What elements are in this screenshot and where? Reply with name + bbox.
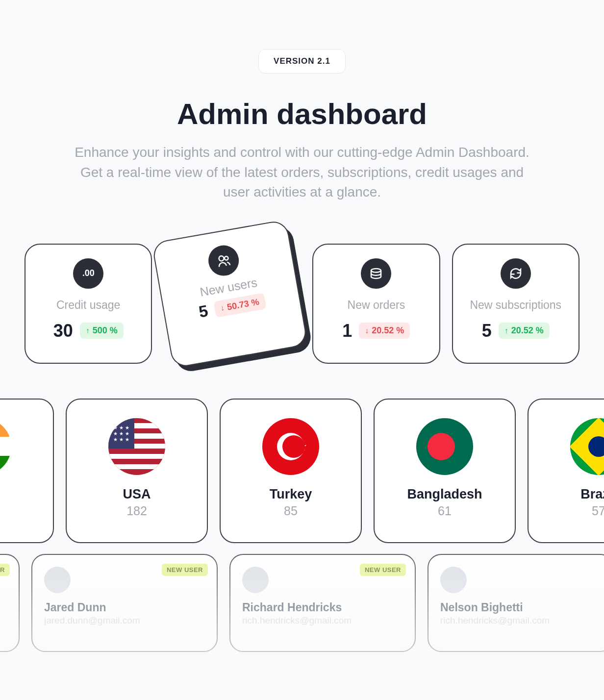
user-name: Dinesh Chugtai (0, 601, 7, 614)
stat-label: Credit usage (37, 299, 139, 312)
country-count: 85 (221, 504, 361, 518)
stat-delta: ↑ 20.52 % (499, 323, 550, 339)
flag-turkey-icon: ★ (262, 418, 319, 475)
user-email: rich.hendricks@gmail.com (242, 615, 403, 626)
user-name: Jared Dunn (44, 601, 205, 614)
country-name: India (0, 487, 53, 502)
refresh-icon (501, 258, 531, 289)
country-card-india[interactable]: India 200 (0, 399, 54, 543)
country-name: USA (67, 487, 207, 502)
user-card[interactable]: NEW USER Jared Dunn jared.dunn@gmail.com (31, 554, 218, 652)
avatar (44, 567, 71, 593)
arrow-down-icon: ↓ (365, 326, 369, 335)
stats-row: .00 Credit usage 30 ↑ 500 % New users 5 … (0, 244, 604, 371)
arrow-up-icon: ↑ (504, 326, 508, 335)
country-card-turkey[interactable]: ★ Turkey 85 (220, 399, 362, 543)
page-subtitle: Enhance your insights and control with o… (72, 143, 532, 202)
stat-delta: ↑ 500 % (80, 323, 124, 339)
users-icon (206, 243, 242, 278)
country-card-usa[interactable]: ★★★★★★★★★ USA 182 (66, 399, 208, 543)
user-email: jared.dunn@gmail.com (44, 615, 205, 626)
stat-label: New orders (325, 299, 427, 312)
version-badge: VERSION 2.1 (258, 49, 346, 74)
stat-card-new-orders[interactable]: New orders 1 ↓ 20.52 % (312, 244, 440, 364)
flag-bangladesh-icon (416, 418, 473, 475)
user-card[interactable]: NEW USER Dinesh Chugtai dinesh.chug@gmai… (0, 554, 20, 652)
stat-card-new-subscriptions[interactable]: New subscriptions 5 ↑ 20.52 % (452, 244, 579, 364)
stat-label: New subscriptions (465, 299, 567, 312)
countries-row: India 200 ★★★★★★★★★ USA 182 ★ Turkey 85 … (0, 399, 604, 543)
stat-card-new-users[interactable]: New users 5 ↓ 50.73 % (151, 219, 308, 368)
new-user-badge: NEW USER (360, 564, 406, 576)
stat-value: 1 (342, 321, 352, 341)
user-name: Nelson Bighetti (440, 601, 601, 614)
flag-usa-icon: ★★★★★★★★★ (108, 418, 165, 475)
user-card[interactable]: Nelson Bighetti rich.hendricks@gmail.com (428, 554, 604, 652)
stat-card-credit-usage[interactable]: .00 Credit usage 30 ↑ 500 % (25, 244, 152, 364)
avatar (440, 567, 467, 593)
svg-point-2 (371, 269, 381, 273)
country-name: Bangladesh (375, 487, 515, 502)
svg-point-0 (219, 255, 225, 261)
stat-value: 30 (53, 321, 73, 341)
new-user-badge: NEW USER (162, 564, 208, 576)
stat-delta: ↓ 50.73 % (213, 293, 266, 318)
stat-value: 5 (198, 301, 210, 322)
flag-india-icon (0, 418, 11, 475)
orders-icon (361, 258, 391, 289)
country-card-brazil[interactable]: Brazil 57 (528, 399, 604, 543)
stat-value: 5 (482, 321, 492, 341)
user-email: rich.hendricks@gmail.com (440, 615, 601, 626)
country-count: 61 (375, 504, 515, 518)
new-user-badge: NEW USER (0, 564, 10, 576)
user-name: Richard Hendricks (242, 601, 403, 614)
credit-icon: .00 (73, 258, 103, 289)
user-email: dinesh.chug@gmail.com (0, 615, 7, 626)
arrow-down-icon: ↓ (220, 303, 225, 313)
country-count: 57 (528, 504, 604, 518)
page-title: Admin dashboard (0, 97, 604, 131)
country-count: 182 (67, 504, 207, 518)
arrow-up-icon: ↑ (86, 326, 90, 335)
svg-point-1 (225, 256, 229, 260)
flag-brazil-icon (570, 418, 604, 475)
avatar (242, 567, 269, 593)
stat-delta: ↓ 20.52 % (359, 323, 410, 339)
country-name: Turkey (221, 487, 361, 502)
user-card[interactable]: NEW USER Richard Hendricks rich.hendrick… (229, 554, 416, 652)
country-card-bangladesh[interactable]: Bangladesh 61 (374, 399, 516, 543)
country-name: Brazil (528, 487, 604, 502)
country-count: 200 (0, 504, 53, 518)
users-row: NEW USER Dinesh Chugtai dinesh.chug@gmai… (0, 554, 604, 652)
